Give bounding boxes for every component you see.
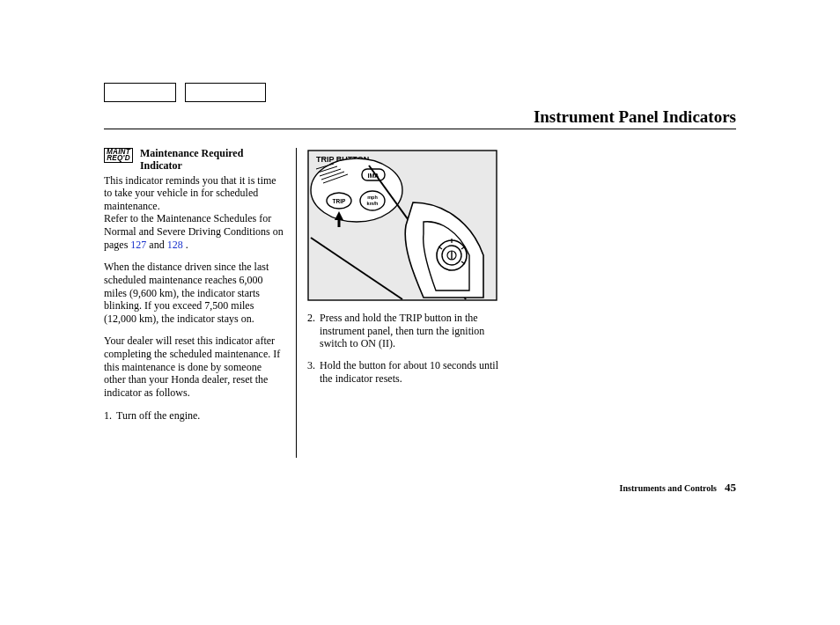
step-2-num: 2. <box>307 312 320 350</box>
column-2: TRIP BUTTON <box>296 148 500 458</box>
step-2-text: Press and hold the TRIP button in the in… <box>320 312 500 350</box>
mph-label: mph <box>367 195 378 200</box>
step-2: 2. Press and hold the TRIP button in the… <box>307 312 500 350</box>
para-distance: When the distance driven since the last … <box>104 261 284 325</box>
step-1: 1. Turn off the engine. <box>104 409 284 423</box>
maint-reqd-icon: MAINT REQ'D <box>104 148 133 163</box>
column-1-body: This indicator reminds you that it is ti… <box>104 174 284 423</box>
section-heading: Maintenance Required Indicator <box>140 148 243 173</box>
para-intro: This indicator reminds you that it is ti… <box>104 174 284 213</box>
svg-rect-11 <box>338 220 341 227</box>
trip-button-icon: TRIP <box>327 193 351 209</box>
para-dealer-reset: Your dealer will reset this indicator af… <box>104 335 284 399</box>
para-ref-mid: and <box>146 239 166 251</box>
section-heading-line1: Maintenance Required <box>140 147 243 159</box>
step-1-num: 1. <box>104 409 116 423</box>
maint-required-header: MAINT REQ'D Maintenance Required Indicat… <box>104 148 284 173</box>
para-ref-b: . <box>183 239 188 251</box>
step-1-text: Turn off the engine. <box>116 409 284 423</box>
page-ref-128-link[interactable]: 128 <box>167 239 183 251</box>
section-heading-line2: Indicator <box>140 159 182 172</box>
footer-page-number: 45 <box>725 481 736 495</box>
top-buttons-row <box>104 83 266 102</box>
para-ref: Refer to the Maintenance Schedules for N… <box>104 212 284 251</box>
step-3: 3. Hold the button for about 10 seconds … <box>307 359 500 385</box>
step-3-num: 3. <box>307 359 320 385</box>
trip-button-figure: TRIP BUTTON <box>307 150 500 301</box>
mph-kmh-button-icon: mph km/h <box>360 191 385 210</box>
page-title: Instrument Panel Indicators <box>534 107 736 127</box>
footer-chapter: Instruments and Controls <box>620 483 717 493</box>
content-columns: MAINT REQ'D Maintenance Required Indicat… <box>104 148 738 458</box>
maint-icon-line2: REQ'D <box>107 156 130 162</box>
step-3-text: Hold the button for about 10 seconds unt… <box>320 359 500 385</box>
nav-box-1[interactable] <box>104 83 176 102</box>
dashboard-illustration: TRIP BUTTON <box>307 150 497 301</box>
column-1: MAINT REQ'D Maintenance Required Indicat… <box>104 148 296 458</box>
title-rule <box>104 129 736 129</box>
trip-label: TRIP <box>333 198 346 204</box>
svg-point-1 <box>311 158 402 222</box>
kmh-label: km/h <box>367 201 379 206</box>
column-3 <box>500 148 738 458</box>
page-ref-127-link[interactable]: 127 <box>130 239 146 251</box>
nav-box-2[interactable] <box>185 83 266 102</box>
